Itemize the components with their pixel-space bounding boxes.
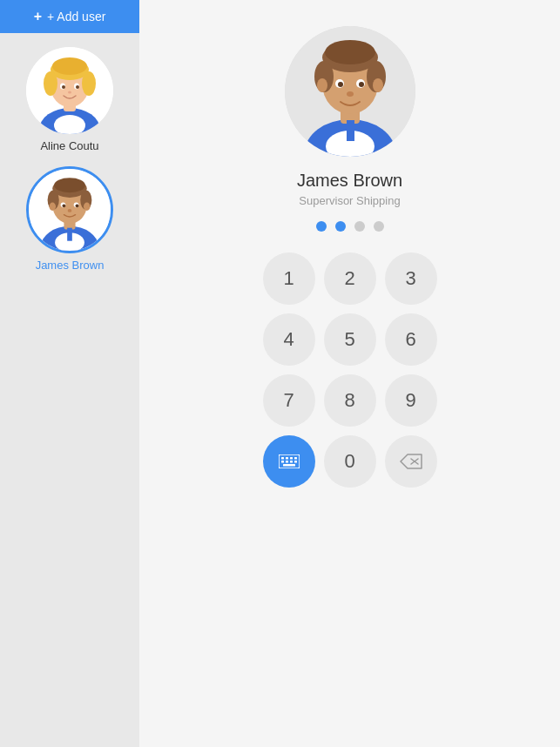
svg-point-12 (76, 85, 79, 89)
avatar-aline-svg (26, 47, 113, 134)
svg-point-24 (50, 203, 57, 211)
main-content: James Brown Supervisor Shipping 1 2 3 4 … (139, 0, 560, 747)
sidebar: + + Add user (0, 0, 139, 747)
avatar-james (26, 166, 113, 253)
svg-point-13 (68, 91, 71, 94)
svg-rect-57 (283, 464, 295, 467)
svg-point-6 (44, 71, 57, 96)
svg-rect-53 (281, 461, 284, 463)
keyboard-toggle-button[interactable] (263, 435, 315, 488)
num-btn-5[interactable]: 5 (324, 313, 376, 366)
svg-point-40 (325, 40, 375, 64)
main-user-name: James Brown (297, 171, 402, 191)
svg-point-29 (76, 204, 79, 207)
main-avatar-wrapper (285, 26, 415, 157)
pin-dots (316, 221, 384, 232)
num-btn-0[interactable]: 0 (324, 435, 376, 488)
svg-point-28 (63, 204, 66, 207)
svg-point-23 (54, 178, 85, 192)
delete-button[interactable] (385, 435, 437, 488)
svg-point-25 (84, 203, 91, 211)
backspace-icon (400, 454, 422, 469)
svg-rect-51 (290, 457, 293, 460)
avatar-james-small-svg (29, 166, 111, 253)
num-btn-3[interactable]: 3 (385, 252, 437, 305)
user-name-aline: Aline Coutu (40, 139, 98, 152)
svg-point-30 (68, 209, 72, 212)
svg-point-11 (62, 85, 65, 89)
pin-dot-4 (374, 221, 384, 232)
user-list: Aline Coutu (0, 33, 139, 286)
num-btn-9[interactable]: 9 (385, 374, 437, 427)
num-btn-2[interactable]: 2 (324, 252, 376, 305)
svg-rect-52 (294, 457, 297, 460)
num-btn-8[interactable]: 8 (324, 374, 376, 427)
svg-point-45 (338, 82, 343, 87)
sidebar-item-aline-coutu[interactable]: Aline Coutu (13, 44, 126, 156)
pin-dot-1 (316, 221, 327, 232)
svg-point-41 (317, 78, 327, 92)
user-name-james: James Brown (36, 259, 105, 272)
add-user-label: + Add user (47, 10, 105, 24)
svg-rect-35 (347, 120, 354, 141)
num-btn-6[interactable]: 6 (385, 313, 437, 366)
plus-icon: + (34, 9, 42, 24)
svg-point-7 (82, 71, 96, 96)
svg-rect-49 (281, 457, 284, 460)
sidebar-item-james-brown[interactable]: James Brown (13, 163, 126, 275)
avatar-aline (26, 47, 113, 134)
svg-point-8 (52, 57, 87, 75)
main-user-role: Supervisor Shipping (299, 194, 400, 207)
add-user-button[interactable]: + + Add user (0, 0, 139, 33)
numpad: 1 2 3 4 5 6 7 8 9 0 (263, 252, 437, 488)
svg-rect-18 (67, 228, 72, 241)
num-btn-4[interactable]: 4 (263, 313, 315, 366)
svg-rect-54 (286, 461, 288, 463)
svg-point-46 (359, 82, 364, 87)
num-btn-1[interactable]: 1 (263, 252, 315, 305)
svg-point-47 (347, 91, 354, 97)
svg-rect-56 (294, 461, 297, 463)
pin-dot-3 (354, 221, 365, 232)
main-avatar-svg (285, 26, 415, 157)
pin-dot-2 (335, 221, 346, 232)
svg-point-42 (373, 78, 383, 92)
svg-rect-55 (290, 461, 293, 463)
keyboard-icon (279, 454, 300, 468)
svg-rect-50 (286, 457, 288, 460)
num-btn-7[interactable]: 7 (263, 374, 315, 427)
